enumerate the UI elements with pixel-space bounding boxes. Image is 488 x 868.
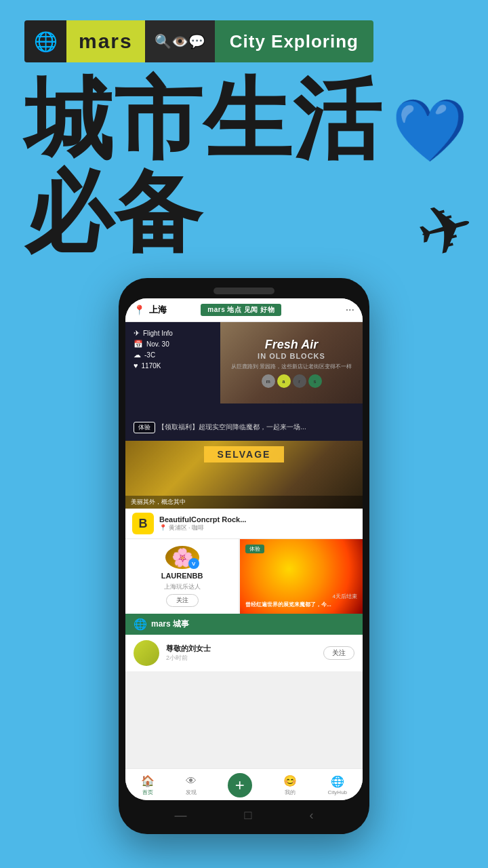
balloon-text: 曾经红遍世界的展览来魔都了，今... — [245, 601, 357, 608]
nav-discover-label: 发现 — [186, 789, 197, 796]
nav-me-label: 我的 — [285, 789, 296, 796]
card2-location: 📍 黄浦区 · 咖啡 — [159, 524, 246, 532]
story-card[interactable]: 尊敬的刘女士 2小时前 关注 — [125, 635, 363, 671]
calendar-icon: 📅 — [134, 340, 143, 349]
user-role: 上海玩乐达人 — [164, 583, 201, 591]
user-avatar: 🌸 V — [165, 546, 199, 569]
banner-mars-label: mars — [66, 20, 145, 62]
flight-info-label: Flight Info — [143, 330, 173, 337]
user-card[interactable]: 🌸 V LAURENBB 上海玩乐达人 关注 — [125, 539, 239, 614]
card2-image: SELVAGE 美丽其外，概念其中 — [125, 441, 363, 509]
nav-discover[interactable]: 👁 发现 — [186, 775, 197, 796]
card2-logo: B — [132, 513, 154, 534]
avatar-s: s — [308, 374, 322, 388]
story-title: 尊敬的刘女士 — [166, 644, 211, 654]
bottom-navigation: 🏠 首页 👁 发现 + 😊 我的 🌐 CityHub — [125, 768, 363, 800]
card-row3: 🌸 V LAURENBB 上海玩乐达人 关注 体验 曾经红遍世界的展览来魔都了，… — [125, 539, 363, 614]
nav-cityhub-label: CityHub — [328, 789, 347, 795]
plane-icon: ✈ — [134, 329, 140, 338]
cloud-icon: ☁ — [134, 351, 141, 359]
heart-icon: 💙 — [392, 95, 468, 166]
user-name: LAURENBB — [161, 572, 203, 580]
hw-home-icon: □ — [245, 808, 252, 823]
promo-tag: 体验 — [134, 422, 155, 433]
more-options-icon[interactable]: ··· — [346, 304, 354, 316]
hw-recent-icon: ‹ — [309, 808, 313, 823]
balloon-tag: 体验 — [245, 545, 264, 553]
beautiful-concept-card[interactable]: SELVAGE 美丽其外，概念其中 B BeautifulConcrpt Roc… — [125, 441, 363, 539]
phone-mockup: 📍 上海 mars 地点 见闻 好物 ··· ✈ Flight Info 📅 N… — [119, 278, 369, 834]
temp-value: -3C — [144, 351, 155, 359]
follow-button[interactable]: 关注 — [166, 594, 199, 607]
banner-city-exploring: City Exploring — [215, 20, 373, 62]
card2-name: BeautifulConcrpt Rock... — [159, 515, 246, 524]
fresh-air-subtitle: 从巨鹿路到 景园路，这些新店让老街区变得不一样 — [231, 363, 352, 370]
story-avatar — [134, 640, 159, 666]
phone-screen: 📍 上海 mars 地点 见闻 好物 ··· ✈ Flight Info 📅 N… — [125, 298, 363, 800]
banner-globe-icon: 🌐 — [24, 20, 66, 62]
card2-info: BeautifulConcrpt Rock... 📍 黄浦区 · 咖啡 — [159, 515, 246, 532]
cityhub-icon: 🌐 — [331, 775, 344, 788]
mars-logo-tagline[interactable]: mars 地点 见闻 好物 — [201, 304, 281, 316]
location-pin-icon: 📍 — [134, 304, 145, 315]
promo-text: 【领取福利】超现实空间降临魔都，一起来一场... — [158, 423, 306, 431]
nav-home-label: 首页 — [142, 789, 153, 796]
story-time: 2小时前 — [166, 654, 211, 663]
fresh-air-title1: Fresh Air — [265, 338, 318, 352]
verified-badge: V — [188, 558, 199, 569]
card2-overlay-tag: 美丽其外，概念其中 — [125, 496, 363, 509]
me-icon: 😊 — [283, 774, 297, 787]
top-banner: 🌐 mars 🔍👁️💬 City Exploring — [24, 20, 373, 62]
avatar-r: r — [293, 374, 306, 388]
flight-info-card: ✈ Flight Info 📅 Nov. 30 ☁ -3C ♥ 1170K Fr… — [125, 322, 363, 417]
screen-topbar: 📍 上海 mars 地点 见闻 好物 ··· — [125, 298, 363, 322]
home-icon: 🏠 — [141, 774, 155, 787]
banner-icons: 🔍👁️💬 — [145, 20, 215, 62]
avatar-a: a — [277, 374, 291, 388]
fresh-air-title2: IN OLD BLOCKS — [258, 352, 325, 360]
nav-cityhub[interactable]: 🌐 CityHub — [328, 775, 347, 795]
mars-story-header: 🌐 mars 城事 — [125, 614, 363, 635]
followers-value: 1170K — [142, 362, 161, 370]
mars-story-icon: 🌐 — [134, 618, 147, 631]
mars-story-title: mars 城事 — [151, 618, 189, 630]
story-info: 尊敬的刘女士 2小时前 — [166, 644, 211, 663]
mars-avatars: m a r s — [262, 374, 322, 388]
hw-back-icon: — — [175, 808, 187, 823]
airplane-icon: ✈ — [408, 184, 483, 275]
balloon-end-date: 4天后结束 — [333, 593, 357, 600]
phone-notch — [214, 288, 274, 294]
fresh-air-card[interactable]: Fresh Air IN OLD BLOCKS 从巨鹿路到 景园路，这些新店让老… — [220, 322, 363, 403]
date-value: Nov. 30 — [146, 340, 169, 348]
promo-row[interactable]: 体验 【领取福利】超现实空间降临魔都，一起来一场... — [125, 417, 363, 441]
location-label: 上海 — [149, 304, 167, 316]
heart-small-icon: ♥ — [134, 361, 138, 370]
avatar-m: m — [262, 374, 275, 388]
selvage-sign: SELVAGE — [204, 446, 285, 462]
balloon-card[interactable]: 体验 曾经红遍世界的展览来魔都了，今... 4天后结束 — [240, 539, 363, 614]
discover-icon: 👁 — [186, 775, 197, 787]
phone-hardware-bar: — □ ‹ — [125, 803, 363, 828]
card2-body: B BeautifulConcrpt Rock... 📍 黄浦区 · 咖啡 — [125, 509, 363, 538]
nav-post-button[interactable]: + — [228, 773, 252, 797]
hero-text: 城市生活 必备 — [24, 73, 382, 258]
story-follow-button[interactable]: 关注 — [323, 646, 354, 660]
nav-home[interactable]: 🏠 首页 — [141, 774, 155, 796]
nav-me[interactable]: 😊 我的 — [283, 774, 297, 796]
